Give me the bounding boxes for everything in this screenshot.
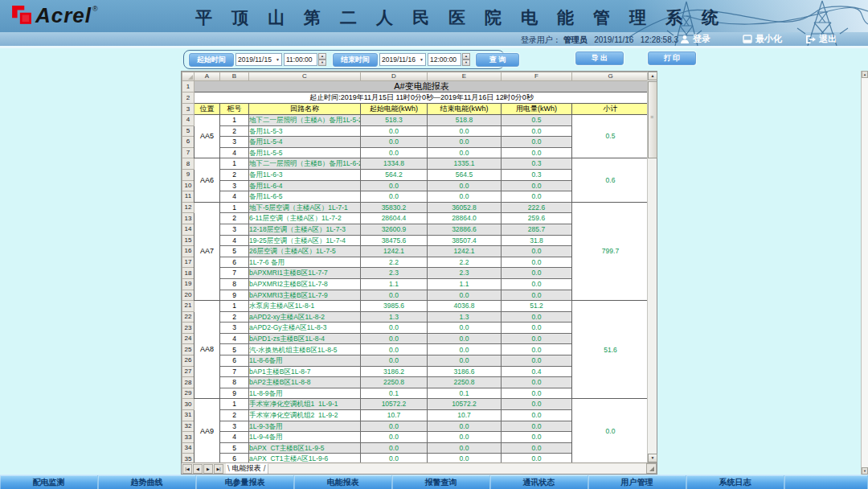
start-energy-cell[interactable]: 0.0 xyxy=(361,180,428,191)
cabinet-number-cell[interactable]: 4 xyxy=(220,235,249,246)
row-number[interactable]: 27 xyxy=(182,366,194,377)
end-energy-cell[interactable]: 4036.8 xyxy=(428,301,502,312)
usage-cell[interactable]: 0.0 xyxy=(502,432,572,443)
cabinet-number-cell[interactable]: 7 xyxy=(220,366,249,377)
nav-user-mgmt[interactable]: 用户管理 xyxy=(588,475,686,489)
cabinet-number-cell[interactable]: 6 xyxy=(220,355,249,367)
row-number[interactable]: 6 xyxy=(182,137,194,148)
cabinet-number-cell[interactable]: 1 xyxy=(220,115,249,126)
cabinet-number-cell[interactable]: 4 xyxy=(220,191,249,203)
nav-distribution-monitor[interactable]: 配电监测 xyxy=(0,475,98,489)
spin-down-icon[interactable]: ▼ xyxy=(462,60,470,66)
start-energy-cell[interactable]: 2.2 xyxy=(361,257,428,268)
usage-cell[interactable]: 0.0 xyxy=(502,410,572,421)
usage-cell[interactable]: 0.0 xyxy=(502,421,572,432)
cabinet-number-cell[interactable]: 2 xyxy=(220,213,249,224)
end-energy-cell[interactable]: 10.7 xyxy=(428,410,502,421)
circuit-name-cell[interactable]: 地下二一层照明（主楼A）备用1L-5-2 xyxy=(249,115,361,126)
start-energy-cell[interactable]: 2250.8 xyxy=(361,377,428,388)
report-title-cell[interactable]: A#变电能报表 xyxy=(194,81,649,92)
circuit-name-cell[interactable]: 备用1L-6-4 xyxy=(249,180,361,191)
start-energy-cell[interactable]: 10.7 xyxy=(361,410,428,421)
usage-cell[interactable]: 0.0 xyxy=(502,191,572,203)
usage-cell[interactable]: 0.0 xyxy=(502,246,572,257)
circuit-name-cell[interactable]: 手术室净化空调机组1 1L-9-1 xyxy=(249,399,361,410)
row-number[interactable]: 19 xyxy=(182,278,194,290)
circuit-name-cell[interactable]: aAPD2-Gy主楼A区1L-8-3 xyxy=(249,323,361,334)
row-number[interactable]: 32 xyxy=(182,421,194,432)
row-number[interactable]: 5 xyxy=(182,125,194,137)
header-cabinet[interactable]: 柜号 xyxy=(220,104,249,115)
row-number[interactable]: 31 xyxy=(182,410,194,421)
usage-cell[interactable]: 0.0 xyxy=(502,257,572,268)
scroll-down-icon[interactable]: ▼ xyxy=(648,454,657,462)
circuit-name-cell[interactable]: aAPD2-xy主楼A区1L-8-2 xyxy=(249,311,361,323)
usage-cell[interactable]: 0.0 xyxy=(502,290,572,301)
circuit-name-cell[interactable]: 地下二一层照明（主楼B）备用1L-6-2 xyxy=(249,158,361,170)
start-energy-cell[interactable]: 10572.2 xyxy=(361,399,428,410)
location-cell[interactable]: AA8 xyxy=(194,301,220,399)
tab-prev-icon[interactable]: ◀ xyxy=(193,464,203,474)
usage-cell[interactable]: 0.0 xyxy=(502,323,572,334)
column-letter-G[interactable]: G xyxy=(572,72,649,81)
end-energy-cell[interactable]: 0.0 xyxy=(428,442,502,454)
row-number[interactable]: 2 xyxy=(182,92,194,104)
row-number[interactable]: 20 xyxy=(182,290,194,301)
circuit-name-cell[interactable]: 1L-7-6 备用 xyxy=(249,257,361,268)
export-button[interactable]: 导 出 xyxy=(575,51,624,65)
header-circuit[interactable]: 回路名称 xyxy=(249,104,361,115)
start-energy-cell[interactable]: 35830.2 xyxy=(361,202,428,213)
row-number[interactable]: 15 xyxy=(182,235,194,246)
row-number[interactable]: 17 xyxy=(182,257,194,268)
row-number[interactable]: 14 xyxy=(182,224,194,235)
start-energy-cell[interactable]: 0.0 xyxy=(361,191,428,203)
start-energy-cell[interactable]: 0.0 xyxy=(361,355,428,367)
row-number[interactable]: 25 xyxy=(182,344,194,355)
usage-cell[interactable]: 0.0 xyxy=(502,399,572,410)
end-energy-cell[interactable]: 0.0 xyxy=(428,290,502,301)
column-letter-A[interactable]: A xyxy=(194,72,220,81)
cabinet-number-cell[interactable]: 3 xyxy=(220,224,249,235)
start-energy-cell[interactable]: 1.3 xyxy=(361,311,428,323)
column-letter-D[interactable]: D xyxy=(361,72,428,81)
circuit-name-cell[interactable]: 12-18层空调（主楼A区）1L-7-3 xyxy=(249,224,361,235)
circuit-name-cell[interactable]: 备用1L-6-3 xyxy=(249,169,361,180)
minimize-button[interactable]: 最小化 xyxy=(743,33,782,45)
start-energy-cell[interactable]: 1334.8 xyxy=(361,158,428,170)
page-vertical-scrollbar[interactable]: ▲ ▼ xyxy=(861,71,868,475)
start-energy-cell[interactable]: 1.1 xyxy=(361,278,428,290)
nav-trend-curve[interactable]: 趋势曲线 xyxy=(98,475,196,489)
location-cell[interactable]: AA7 xyxy=(194,202,220,300)
nav-comm-status[interactable]: 通讯状态 xyxy=(490,475,588,489)
end-energy-cell[interactable]: 0.0 xyxy=(428,344,502,355)
tab-first-icon[interactable]: |◀ xyxy=(182,464,192,474)
circuit-name-cell[interactable]: bAPXMRI3主楼B区1L-7-9 xyxy=(249,290,361,301)
end-energy-cell[interactable]: 0.0 xyxy=(428,355,502,367)
spin-down-icon[interactable]: ▼ xyxy=(318,60,326,66)
usage-cell[interactable]: 0.0 xyxy=(502,355,572,367)
cabinet-number-cell[interactable]: 7 xyxy=(220,268,249,279)
usage-cell[interactable]: 0.5 xyxy=(502,115,572,126)
start-energy-cell[interactable]: 0.0 xyxy=(361,442,428,454)
circuit-name-cell[interactable]: 19-25层空调（主楼A区）1L-7-4 xyxy=(249,235,361,246)
circuit-name-cell[interactable]: 备用1L-5-4 xyxy=(249,137,361,148)
end-energy-cell[interactable]: 564.5 xyxy=(428,169,502,180)
start-energy-cell[interactable]: 0.1 xyxy=(361,388,428,399)
row-number[interactable]: 4 xyxy=(182,115,194,126)
nav-system-log[interactable]: 系统日志 xyxy=(686,475,784,489)
cabinet-number-cell[interactable]: 9 xyxy=(220,388,249,399)
cabinet-number-cell[interactable]: 2 xyxy=(220,410,249,421)
end-energy-cell[interactable]: 28864.0 xyxy=(428,213,502,224)
cabinet-number-cell[interactable]: 1 xyxy=(220,399,249,410)
end-energy-cell[interactable]: 2.2 xyxy=(428,257,502,268)
cabinet-number-cell[interactable]: 2 xyxy=(220,169,249,180)
row-number[interactable]: 23 xyxy=(182,323,194,334)
start-energy-cell[interactable]: 3985.6 xyxy=(361,301,428,312)
row-number[interactable]: 30 xyxy=(182,399,194,410)
nav-param-report[interactable]: 电参量报表 xyxy=(196,475,294,489)
exit-button[interactable]: 退出 xyxy=(805,33,837,45)
usage-cell[interactable]: 0.0 xyxy=(502,278,572,290)
cabinet-number-cell[interactable]: 3 xyxy=(220,137,249,148)
circuit-name-cell[interactable]: bAPXMRI1主楼B区1L-7-7 xyxy=(249,268,361,279)
cabinet-number-cell[interactable]: 1 xyxy=(220,301,249,312)
